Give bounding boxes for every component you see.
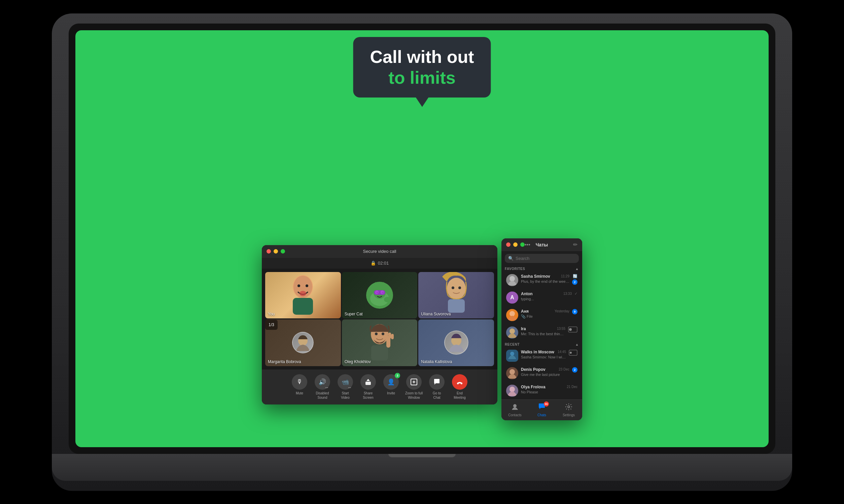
svg-rect-36 (461, 383, 462, 384)
uliana-label: Uliana Suvorova (421, 312, 451, 317)
minimize-button[interactable] (274, 249, 278, 253)
walks-avatar (506, 350, 518, 362)
windows-container: Secure video call 🔒 02:01 (262, 245, 582, 427)
nav-settings[interactable]: Settings (555, 402, 582, 418)
sasha-preview: Plus, by the end of the week we will be … (521, 280, 569, 284)
anya-badge: 9 (572, 309, 578, 314)
ira-time: 13:55 (557, 327, 565, 330)
maximize-button[interactable] (281, 249, 285, 253)
chat-item-ira[interactable]: Ira 13:55 Me: This is the best thing I'v… (503, 324, 581, 341)
chat-more-button[interactable]: ••• (524, 242, 530, 248)
svg-point-17 (381, 291, 384, 294)
mute-label: Mute (296, 391, 303, 395)
svg-point-49 (568, 406, 570, 408)
ira-preview: Me: This is the best thing I've seen in … (521, 332, 565, 336)
chat-minimize-button[interactable] (513, 242, 518, 247)
anya-name: Аня (521, 309, 529, 314)
window-title: Secure video call (363, 249, 396, 254)
go-to-chat-button[interactable]: Go toChat (427, 374, 447, 400)
chat-bottom-nav: Contacts 66 Chats (501, 399, 582, 420)
svg-point-46 (510, 369, 515, 375)
walks-preview: Sasha Smirnov: Now I will come to you (521, 355, 566, 359)
svg-rect-22 (448, 299, 465, 313)
speech-bubble: Call with out to limits (353, 37, 490, 98)
ira-avatar (506, 326, 518, 339)
sasha-name-row: Sasha Smirnov 11:29 (521, 274, 569, 279)
oleg-label: Oleg Khokhlov (345, 359, 371, 364)
end-meeting-button[interactable]: EndMeeting (450, 374, 470, 400)
olya-avatar (506, 385, 518, 397)
share-icon (360, 374, 376, 390)
anton-time: 13:33 (563, 292, 572, 295)
chat-close-button[interactable] (506, 242, 511, 247)
zoom-button[interactable]: Zoom to fullWindow (404, 374, 424, 400)
video-dots: ••• (348, 386, 351, 389)
search-input-wrap[interactable]: 🔍 (505, 254, 579, 263)
svg-rect-30 (391, 334, 394, 339)
svg-point-21 (458, 286, 461, 289)
traffic-lights (266, 249, 285, 253)
svg-point-39 (510, 328, 515, 334)
video-titlebar: Secure video call (262, 245, 497, 258)
you-person (265, 272, 341, 319)
nav-chats[interactable]: 66 Chats (528, 402, 555, 418)
anton-checkmark: ✓ (574, 291, 578, 296)
olya-preview: No Please (521, 390, 578, 394)
sound-button[interactable]: 🔊 ••• DisabledSound (312, 374, 332, 400)
video-button[interactable]: 📹 ••• StartVideo (335, 374, 355, 400)
chat-item-walks[interactable]: Walks in Moscow 14:45 Sasha Smirnov: Now… (503, 347, 581, 364)
mute-button[interactable]: 🎙 Mute (289, 374, 310, 400)
olya-time: 21 Dec (567, 385, 578, 389)
screen-content: Call with out to limits Secure video cal… (75, 30, 769, 447)
svg-point-2 (297, 285, 300, 287)
page-indicator[interactable]: 1/3 (265, 320, 278, 330)
svg-point-26 (382, 332, 384, 335)
sasha-time: 11:29 (561, 274, 569, 278)
close-button[interactable] (266, 249, 271, 253)
chat-titlebar: ••• Чаты ✏ (501, 238, 582, 251)
svg-point-4 (299, 291, 306, 296)
olya-info: Olya Frolova 21 Dec No Please (521, 385, 578, 394)
chat-item-denis[interactable]: Denis Popov 23 Dec Give me the last pict… (503, 364, 581, 382)
search-input[interactable] (516, 256, 575, 261)
video-cell-oleg: Oleg Khokhlov (342, 319, 418, 366)
zoom-icon (406, 374, 422, 390)
olya-name-row: Olya Frolova 21 Dec (521, 385, 578, 389)
svg-point-19 (447, 278, 466, 299)
chat-maximize-button[interactable] (520, 242, 524, 247)
anton-avatar-text: A (510, 294, 514, 301)
nav-contacts[interactable]: Contacts (501, 402, 528, 418)
olya-name: Olya Frolova (521, 385, 546, 389)
chat-window: ••• Чаты ✏ 🔍 FAVORITES ▲ (501, 238, 582, 420)
chat-item-anya[interactable]: Аня Yesterday 📎 File 9 (503, 306, 581, 324)
end-meeting-label: EndMeeting (454, 391, 466, 400)
chats-icon: 66 (538, 403, 546, 412)
contacts-label: Contacts (508, 413, 521, 417)
denis-name: Denis Popov (521, 367, 546, 372)
supercat-label: Super Cat (345, 312, 363, 317)
chat-item-anton[interactable]: A Anton 13:33 typing... ✓ (503, 289, 581, 306)
svg-point-41 (569, 328, 572, 331)
svg-rect-29 (388, 332, 391, 339)
sasha-meta: 🔄 2 (572, 274, 578, 285)
share-screen-button[interactable]: ShareScreen (358, 374, 378, 400)
ira-meta (568, 326, 578, 333)
invite-button[interactable]: 👤 3 Invite (381, 374, 401, 400)
laptop-base (52, 454, 792, 481)
denis-badge: 2 (572, 367, 578, 373)
chats-label: Chats (537, 413, 546, 417)
svg-point-37 (510, 276, 515, 282)
favorites-chevron: ▲ (575, 267, 579, 271)
chat-item-olya[interactable]: Olya Frolova 21 Dec No Please (503, 382, 581, 399)
video-cell-supercat: Super Cat (342, 272, 418, 319)
sasha-info: Sasha Smirnov 11:29 Plus, by the end of … (521, 274, 569, 284)
walks-name: Walks in Moscow (521, 350, 554, 354)
zoom-label: Zoom to fullWindow (405, 391, 423, 400)
anya-time: Yesterday (555, 309, 569, 313)
svg-rect-32 (365, 382, 371, 385)
chat-item-sasha[interactable]: Sasha Smirnov 11:29 Plus, by the end of … (503, 271, 581, 289)
video-cell-you: You (265, 272, 341, 319)
walks-time: 14:45 (557, 350, 566, 354)
svg-rect-5 (293, 298, 313, 315)
chat-edit-button[interactable]: ✏ (573, 241, 578, 248)
